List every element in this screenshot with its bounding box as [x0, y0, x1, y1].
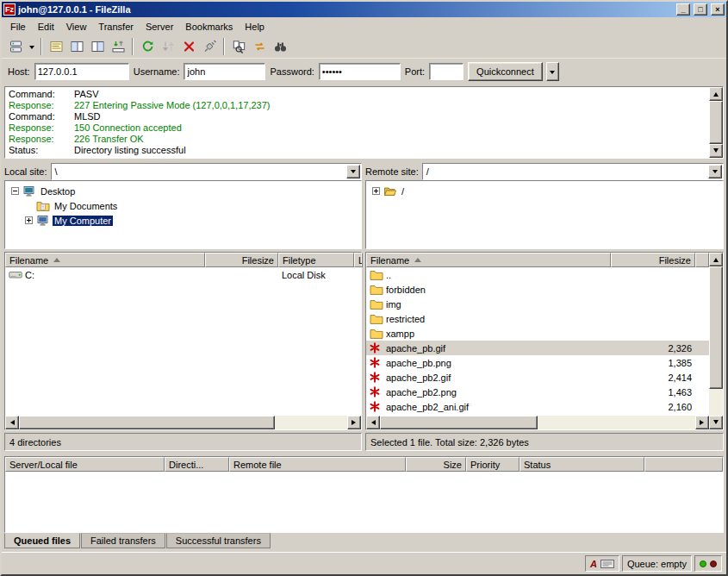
log-line-text: Directory listing successful: [74, 145, 186, 156]
chevron-down-icon: [712, 170, 718, 176]
file-name: C:: [25, 270, 34, 280]
scrollbar-thumb[interactable]: [19, 416, 275, 429]
local-site-dropdown[interactable]: [346, 165, 360, 178]
toggle-queue-button[interactable]: [108, 37, 128, 56]
tree-item-my-computer[interactable]: My Computer: [5, 213, 361, 228]
image-file-icon: [370, 342, 383, 354]
collapse-icon[interactable]: [11, 187, 19, 195]
column-filename[interactable]: Filename: [366, 253, 611, 267]
process-queue-button[interactable]: [158, 37, 178, 56]
column-status[interactable]: Status: [520, 457, 644, 472]
scroll-up-button[interactable]: [709, 87, 723, 101]
expand-icon[interactable]: [25, 216, 33, 224]
scroll-down-button[interactable]: [709, 416, 723, 429]
transfer-type-icon[interactable]: A: [590, 559, 597, 569]
keypad-icon[interactable]: [600, 560, 614, 568]
remote-hscrollbar[interactable]: [366, 416, 709, 429]
tree-item-my-documents[interactable]: My Documents: [5, 198, 361, 213]
column-size[interactable]: Size: [406, 457, 466, 472]
site-manager-button[interactable]: [5, 37, 26, 56]
toggle-local-tree-button[interactable]: [66, 37, 87, 56]
sync-browsing-button[interactable]: [249, 37, 270, 56]
menu-edit[interactable]: Edit: [32, 19, 60, 34]
remote-file-list[interactable]: .. forbidden img restricted xampp apache…: [366, 267, 709, 416]
scrollbar-track[interactable]: [380, 416, 695, 429]
tree-item-desktop[interactable]: Desktop: [5, 184, 361, 198]
menu-server[interactable]: Server: [140, 19, 179, 34]
tab-failed-transfers[interactable]: Failed transfers: [81, 533, 165, 548]
column-filesize[interactable]: Filesize: [611, 253, 695, 267]
password-input[interactable]: [319, 63, 401, 80]
local-hscrollbar[interactable]: [5, 416, 361, 429]
log-scrollbar[interactable]: [709, 87, 723, 158]
quickconnect-button[interactable]: Quickconnect: [468, 62, 543, 81]
column-server-local-file[interactable]: Server/Local file: [5, 457, 165, 472]
toggle-log-button[interactable]: [46, 37, 66, 56]
menu-transfer[interactable]: Transfer: [92, 19, 140, 34]
close-button[interactable]: ×: [711, 3, 725, 16]
host-input[interactable]: [34, 63, 129, 80]
username-input[interactable]: [184, 63, 265, 80]
remote-file-row[interactable]: apache_pb2.png1,463: [366, 385, 709, 399]
column-remote-file[interactable]: Remote file: [229, 457, 406, 472]
file-name: apache_pb2_ani.gif: [386, 402, 469, 412]
scrollbar-track[interactable]: [19, 416, 347, 429]
scroll-right-button[interactable]: [695, 416, 709, 429]
scrollbar-thumb[interactable]: [709, 101, 723, 144]
remote-file-row-selected[interactable]: apache_pb.gif2,326: [366, 341, 709, 355]
local-file-list[interactable]: C: Local Disk: [5, 267, 361, 416]
minimize-button[interactable]: _: [676, 3, 690, 16]
column-filename[interactable]: Filename: [5, 253, 205, 267]
remote-file-row[interactable]: img: [366, 297, 709, 311]
file-type: Local Disk: [278, 267, 354, 282]
scroll-down-button[interactable]: [709, 144, 723, 158]
remote-site-dropdown[interactable]: [708, 165, 722, 178]
find-files-button[interactable]: [270, 37, 290, 56]
scroll-right-button[interactable]: [347, 416, 361, 429]
refresh-button[interactable]: [137, 37, 158, 56]
tab-queued-files[interactable]: Queued files: [4, 533, 80, 548]
remote-file-row[interactable]: xampp: [366, 326, 709, 341]
compare-button[interactable]: [228, 37, 249, 56]
folder-icon: [370, 328, 383, 340]
message-log: Command:PASV Response:227 Entering Passi…: [4, 86, 724, 159]
scrollbar-thumb[interactable]: [709, 266, 723, 389]
remote-file-row[interactable]: ..: [366, 267, 709, 282]
quickconnect-dropdown[interactable]: [546, 62, 559, 81]
local-site-combo[interactable]: \: [51, 163, 362, 180]
cancel-button[interactable]: [178, 37, 199, 56]
scroll-up-button[interactable]: [709, 253, 723, 266]
scrollbar-track[interactable]: [709, 101, 723, 144]
tab-successful-transfers[interactable]: Successful transfers: [166, 533, 271, 548]
menu-file[interactable]: File: [4, 19, 32, 34]
site-manager-dropdown[interactable]: [26, 37, 37, 56]
column-filetype[interactable]: Filetype: [278, 253, 354, 267]
scroll-left-button[interactable]: [366, 416, 380, 429]
log-line-text: 227 Entering Passive Mode (127,0,0,1,17,…: [74, 100, 270, 111]
remote-file-row[interactable]: apache_pb2.gif2,414: [366, 370, 709, 385]
port-input[interactable]: [429, 63, 464, 80]
column-filesize[interactable]: Filesize: [205, 253, 278, 267]
file-panes: Filename Filesize Filetype L C: Local Di…: [4, 252, 724, 430]
remote-file-row[interactable]: apache_pb2_ani.gif2,160: [366, 399, 709, 414]
remote-file-row[interactable]: restricted: [366, 311, 709, 326]
expand-icon[interactable]: [372, 187, 380, 195]
local-file-row[interactable]: C: Local Disk: [5, 267, 361, 282]
maximize-button[interactable]: □: [694, 3, 707, 16]
remote-file-row[interactable]: apache_pb.png1,385: [366, 355, 709, 370]
menu-bookmarks[interactable]: Bookmarks: [179, 19, 239, 34]
column-direction[interactable]: Directi...: [165, 457, 229, 472]
queue-list[interactable]: [5, 472, 723, 532]
disconnect-button[interactable]: [199, 37, 220, 56]
remote-vscrollbar[interactable]: [709, 253, 723, 429]
tree-item-root[interactable]: /: [366, 184, 723, 198]
scroll-left-button[interactable]: [5, 416, 19, 429]
remote-file-row[interactable]: forbidden: [366, 282, 709, 297]
toggle-remote-tree-button[interactable]: [87, 37, 108, 56]
menu-view[interactable]: View: [60, 19, 93, 34]
scrollbar-thumb[interactable]: [380, 416, 538, 429]
column-priority[interactable]: Priority: [466, 457, 520, 472]
scrollbar-track[interactable]: [709, 266, 723, 416]
remote-site-combo[interactable]: /: [422, 163, 724, 180]
menu-help[interactable]: Help: [239, 19, 271, 34]
